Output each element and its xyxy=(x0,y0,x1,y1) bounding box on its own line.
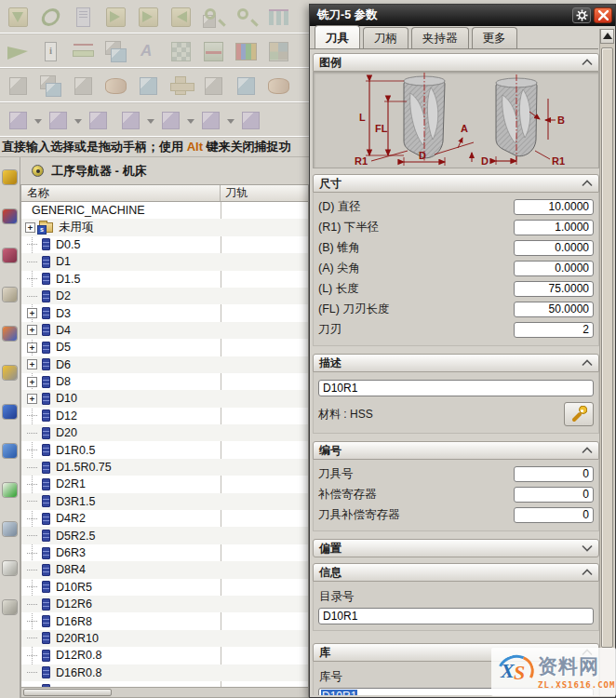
colored-top-body-icon[interactable] xyxy=(199,72,228,101)
tree-item-d10r5[interactable]: D10R5 xyxy=(21,579,308,596)
expand-icon[interactable]: + xyxy=(27,308,37,318)
dimension-input[interactable] xyxy=(514,302,594,317)
replace-face-icon[interactable] xyxy=(4,72,33,101)
tab-more[interactable]: 更多 xyxy=(472,27,517,48)
hollow-shell-icon[interactable] xyxy=(69,72,98,101)
search-region-icon[interactable] xyxy=(232,3,261,32)
explode-assembly-icon[interactable] xyxy=(101,37,130,66)
tree-item-d3r1.5[interactable]: D3R1.5 xyxy=(21,493,308,510)
tree-item-d8[interactable]: +D8 xyxy=(21,373,308,390)
assembly-boxes-icon[interactable] xyxy=(3,327,17,341)
recycle-loop-icon[interactable] xyxy=(36,3,65,32)
twin-bodies-icon[interactable] xyxy=(232,72,261,101)
offset-region-icon[interactable] xyxy=(196,106,225,135)
tool-ball-gear-icon[interactable] xyxy=(3,366,17,380)
tree-item-d5r2.5[interactable]: D5R2.5 xyxy=(21,527,308,544)
column-name[interactable]: 名称 xyxy=(21,185,221,201)
dialog-titlebar[interactable]: 铣刀-5 参数 xyxy=(310,5,615,26)
unite-bodies-icon[interactable] xyxy=(167,72,195,101)
copy-face-icon[interactable] xyxy=(116,106,145,135)
number-input[interactable] xyxy=(514,487,594,503)
column-toolpath[interactable]: 刀轨 xyxy=(221,185,308,201)
scrollbar-up-button[interactable] xyxy=(600,29,614,44)
navigator-tree[interactable]: GENERIC_MACHINE+未用项D0.5D1D1.5D2+D3+D4+D5… xyxy=(20,202,309,687)
material-edit-button[interactable] xyxy=(564,402,594,426)
tree-item-d6r3[interactable]: D6R3 xyxy=(21,544,308,561)
tree-item-d8r4[interactable]: D8R4 xyxy=(21,561,308,578)
tree-item-d12r0.8[interactable]: D12R0.8 xyxy=(21,647,308,664)
surface-pattern-icon[interactable] xyxy=(167,37,195,66)
divide-body-icon[interactable] xyxy=(134,72,163,101)
target-rings-icon[interactable] xyxy=(3,248,17,262)
dimension-input[interactable] xyxy=(514,322,594,338)
catalog-number-input[interactable] xyxy=(318,608,594,624)
part-cube-icon[interactable] xyxy=(3,170,17,184)
section-header-numbers[interactable]: 编号 xyxy=(313,441,599,460)
bend-sheet-icon[interactable] xyxy=(264,72,293,101)
select-hand-icon[interactable] xyxy=(3,288,17,302)
tree-item-d2r1[interactable]: D2R1 xyxy=(21,476,308,492)
import-part-left-icon[interactable] xyxy=(167,3,195,32)
dimension-input[interactable] xyxy=(514,199,594,215)
dimension-input[interactable] xyxy=(514,220,594,235)
export-assembly-right-icon[interactable] xyxy=(134,3,163,32)
search-assembly-icon[interactable] xyxy=(199,3,228,32)
tree-item-d6[interactable]: +D6 xyxy=(21,356,308,373)
section-header-description[interactable]: 描述 xyxy=(313,354,599,372)
fit-curve-icon[interactable]: A xyxy=(134,37,163,66)
history-clock-icon[interactable] xyxy=(3,522,17,536)
import-tray-icon[interactable] xyxy=(4,3,33,32)
offset-region-menu-icon[interactable] xyxy=(227,106,234,135)
tree-item[interactable] xyxy=(21,681,308,687)
tab-holder[interactable]: 夹持器 xyxy=(411,27,469,48)
column-layout-icon[interactable] xyxy=(264,3,293,32)
curved-sheet-icon[interactable] xyxy=(101,72,130,101)
tree-item-d10[interactable]: +D10 xyxy=(21,390,308,407)
scrollbar-thumb[interactable] xyxy=(601,47,613,648)
dimension-input[interactable] xyxy=(514,240,594,256)
tree-item-d1.5r0.75[interactable]: D1.5R0.75 xyxy=(21,459,308,476)
resize-face-menu-icon[interactable] xyxy=(187,106,194,135)
tab-shank[interactable]: 刀柄 xyxy=(363,27,408,48)
move-copy-body-icon[interactable] xyxy=(36,72,65,101)
tree-item-d1.5[interactable]: D1.5 xyxy=(21,271,308,288)
expand-icon[interactable]: + xyxy=(27,377,37,387)
number-input[interactable] xyxy=(514,507,594,523)
dialog-close-button[interactable] xyxy=(594,7,612,23)
tree-item-d16r0.8[interactable]: D16R0.8 xyxy=(21,664,308,681)
tree-item-d1r0.5[interactable]: D1R0.5 xyxy=(21,441,308,458)
signal-waves-icon[interactable] xyxy=(3,444,17,458)
expand-icon[interactable]: + xyxy=(27,325,37,335)
tree-item-d12r6[interactable]: D12R6 xyxy=(21,596,308,612)
expand-icon[interactable]: + xyxy=(27,394,37,404)
resize-face-icon[interactable] xyxy=(156,106,185,135)
dimension-input[interactable] xyxy=(514,261,594,276)
measure-distance-icon[interactable] xyxy=(69,37,98,66)
bounding-cage-icon[interactable] xyxy=(199,37,228,66)
expand-icon[interactable]: + xyxy=(27,359,37,369)
rollback-arrow-icon[interactable] xyxy=(3,209,17,223)
copy-face-menu-icon[interactable] xyxy=(147,106,154,135)
tree-item-generic_machine[interactable]: GENERIC_MACHINE xyxy=(21,202,308,219)
tree-item-d3[interactable]: +D3 xyxy=(21,304,308,321)
notes-list-icon[interactable] xyxy=(3,561,17,575)
object-display-icon[interactable] xyxy=(232,37,261,66)
description-input[interactable] xyxy=(318,380,594,396)
tree-item-d4[interactable]: +D4 xyxy=(21,322,308,339)
tree-item-d5[interactable]: +D5 xyxy=(21,339,308,356)
tree-item-d16r8[interactable]: D16R8 xyxy=(21,612,308,629)
information-panel-icon[interactable] xyxy=(36,37,65,66)
tree-item-d20[interactable]: D20 xyxy=(21,424,308,441)
draft-body-icon[interactable] xyxy=(44,106,73,135)
tree-item-d20r10[interactable]: D20R10 xyxy=(21,630,308,647)
tree-item-d1[interactable]: D1 xyxy=(21,253,308,270)
section-header-dimensions[interactable]: 尺寸 xyxy=(313,174,599,193)
move-face-menu-icon[interactable] xyxy=(34,106,42,135)
tree-item-d4r2[interactable]: D4R2 xyxy=(21,510,308,527)
copy-document-icon[interactable] xyxy=(69,3,98,32)
tab-tool[interactable]: 刀具 xyxy=(315,25,360,48)
expand-icon[interactable]: + xyxy=(25,222,35,233)
section-header-offset[interactable]: 偏置 xyxy=(313,539,599,557)
data-disk-icon[interactable] xyxy=(3,405,17,419)
document-check-icon[interactable] xyxy=(3,483,17,497)
